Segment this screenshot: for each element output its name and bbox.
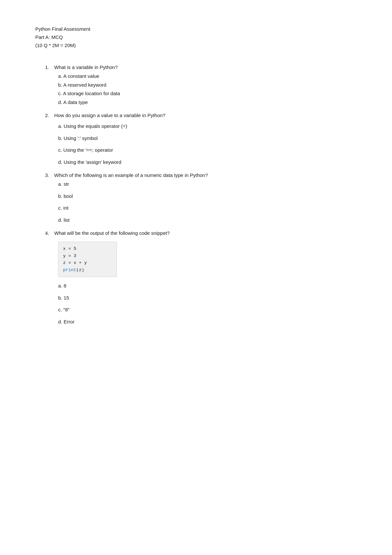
question-4-code-wrapper: x = 5 y = 3 z = x + y print(z) <box>58 238 359 282</box>
question-4-option-b: b. 15 <box>58 294 359 302</box>
q2-option-a-text: Using the equals operator (=) <box>64 123 127 129</box>
question-1-options: a. A constant value b. A reserved keywor… <box>58 73 359 106</box>
q1-option-c-text: A storage location for data <box>63 91 120 96</box>
question-3-number: 3. <box>45 172 52 178</box>
question-1: 1. What is a variable in Python? a. A co… <box>45 64 359 106</box>
question-4-number: 4. <box>45 230 52 236</box>
q3-option-d-text: list <box>64 217 70 223</box>
marks-info: (10 Q * 2M = 20M) <box>35 43 359 48</box>
q4-option-a-text: 8 <box>64 283 66 288</box>
q1-option-a-text: A constant value <box>63 73 99 79</box>
q2-option-b-label: b. <box>58 135 62 141</box>
q4-option-b-text: 15 <box>64 295 69 301</box>
q4-option-c-text: "8" <box>63 307 70 312</box>
code-line-1: x = 5 <box>63 245 112 252</box>
question-3-option-a: a. str <box>58 181 359 188</box>
question-1-text: 1. What is a variable in Python? <box>45 64 359 70</box>
question-1-option-c: c. A storage location for data <box>58 90 359 97</box>
question-4-body: What will be the output of the following… <box>54 230 170 236</box>
question-2: 2. How do you assign a value to a variab… <box>45 113 359 166</box>
question-3-option-c: c. int <box>58 204 359 212</box>
q1-option-d-text: A data type <box>63 99 88 105</box>
question-1-body: What is a variable in Python? <box>54 64 118 70</box>
question-2-body: How do you assign a value to a variable … <box>54 113 165 118</box>
questions-section: 1. What is a variable in Python? a. A co… <box>35 64 359 325</box>
question-1-option-a: a. A constant value <box>58 73 359 80</box>
part-label: Part A: MCQ <box>35 34 359 40</box>
question-2-option-c: c. Using the '==; operator <box>58 147 359 154</box>
q2-option-c-label: c. <box>58 147 62 153</box>
q1-option-b-label: b. <box>58 82 62 88</box>
q3-option-c-label: c. <box>58 205 62 211</box>
q1-option-a-label: a. <box>58 73 62 79</box>
question-4-options: a. 8 b. 15 c. "8" d. Error <box>58 282 359 325</box>
q2-option-d-label: d. <box>58 159 62 165</box>
document-title: Python Final Assessment <box>35 26 359 32</box>
q2-option-d-text: Using the 'assign' keyword <box>64 159 122 165</box>
question-1-number: 1. <box>45 64 52 70</box>
question-2-option-b: b. Using ':' symbol <box>58 135 359 142</box>
q2-option-a-label: a. <box>58 123 62 129</box>
question-2-text: 2. How do you assign a value to a variab… <box>45 113 359 118</box>
question-1-option-b: b. A reserved keyword <box>58 81 359 89</box>
q3-option-a-label: a. <box>58 181 62 187</box>
question-4-option-d: d. Error <box>58 318 359 326</box>
question-3-option-b: b. bool <box>58 193 359 200</box>
code-keyword-print: print <box>63 268 76 272</box>
question-3-options: a. str b. bool c. int d. list <box>58 181 359 224</box>
question-3-text: 3. Which of the following is an example … <box>45 172 359 178</box>
q3-option-b-label: b. <box>58 193 62 199</box>
q4-option-d-label: d. <box>58 319 62 324</box>
question-1-option-d: d. A data type <box>58 99 359 106</box>
question-4: 4. What will be the output of the follow… <box>45 230 359 325</box>
question-2-option-a: a. Using the equals operator (=) <box>58 123 359 130</box>
q3-option-d-label: d. <box>58 217 62 223</box>
code-snippet: x = 5 y = 3 z = x + y print(z) <box>58 242 117 277</box>
q4-option-c-label: c. <box>58 307 62 312</box>
q4-option-d-text: Error <box>64 319 74 324</box>
question-3: 3. Which of the following is an example … <box>45 172 359 224</box>
q4-option-a-label: a. <box>58 283 62 288</box>
q2-option-c-text: Using the '==; operator <box>63 147 113 153</box>
question-4-option-a: a. 8 <box>58 282 359 290</box>
code-line-2: y = 3 <box>63 252 112 260</box>
question-2-options: a. Using the equals operator (=) b. Usin… <box>58 123 359 166</box>
q3-option-b-text: bool <box>64 193 73 199</box>
code-line-3: z = x + y <box>63 259 112 267</box>
q2-option-b-text: Using ':' symbol <box>64 135 98 141</box>
q1-option-c-label: c. <box>58 91 62 96</box>
question-3-body: Which of the following is an example of … <box>54 172 208 178</box>
question-2-number: 2. <box>45 113 52 118</box>
q1-option-d-label: d. <box>58 99 62 105</box>
question-4-option-c: c. "8" <box>58 306 359 314</box>
question-3-option-d: d. list <box>58 217 359 224</box>
q3-option-c-text: int <box>63 205 69 211</box>
q4-option-b-label: b. <box>58 295 62 301</box>
q1-option-b-text: A reserved keyword <box>63 82 106 88</box>
document-header: Python Final Assessment Part A: MCQ (10 … <box>35 26 359 48</box>
code-line-4: print(z) <box>63 267 112 274</box>
question-4-text: 4. What will be the output of the follow… <box>45 230 359 236</box>
question-2-option-d: d. Using the 'assign' keyword <box>58 159 359 166</box>
q3-option-a-text: str <box>64 181 69 187</box>
